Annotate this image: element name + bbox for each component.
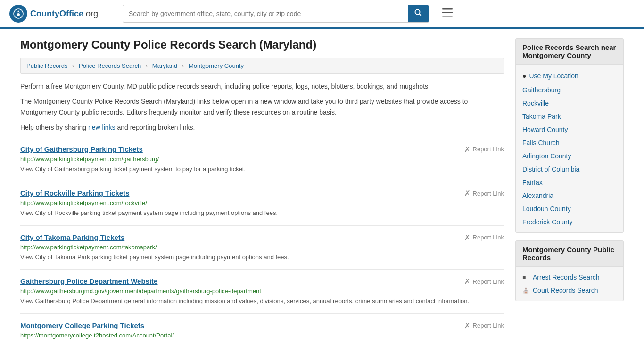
report-link-1[interactable]: ✗ Report Link <box>464 189 504 197</box>
nearby-link-3[interactable]: Howard County <box>516 123 623 136</box>
result-item-1: City of Rockville Parking Tickets ✗ Repo… <box>20 181 504 226</box>
nearby-title: Police Records Search near Montgomery Co… <box>516 39 623 65</box>
nearby-content: ● Use My Location GaithersburgRockvilleT… <box>516 65 623 232</box>
search-button[interactable] <box>408 5 429 22</box>
report-link-3[interactable]: ✗ Report Link <box>464 277 504 286</box>
result-title-2[interactable]: City of Takoma Parking Tickets <box>20 233 124 241</box>
report-icon-4: ✗ <box>464 321 471 330</box>
record-link-label-0[interactable]: Arrest Records Search <box>533 273 600 281</box>
records-title: Montgomery County Public Records <box>516 241 623 267</box>
logo-text: CountyOffice.org <box>30 9 98 19</box>
svg-point-2 <box>415 10 420 15</box>
result-item-3: Gaithersburg Police Department Website ✗… <box>20 270 504 314</box>
nearby-box: Police Records Search near Montgomery Co… <box>515 38 624 233</box>
result-item-0: City of Gaithersburg Parking Tickets ✗ R… <box>20 138 504 182</box>
result-title-0[interactable]: City of Gaithersburg Parking Tickets <box>20 145 143 153</box>
svg-rect-5 <box>442 12 453 14</box>
nearby-link-2[interactable]: Takoma Park <box>516 110 623 123</box>
report-icon-1: ✗ <box>464 189 471 197</box>
result-item-2: City of Takoma Parking Tickets ✗ Report … <box>20 226 504 270</box>
svg-rect-4 <box>442 8 453 10</box>
records-box: Montgomery County Public Records ■Arrest… <box>515 240 624 301</box>
result-header-0: City of Gaithersburg Parking Tickets ✗ R… <box>20 145 504 154</box>
breadcrumb-sep-2: › <box>146 62 148 69</box>
site-header: CountyOffice.org <box>0 0 644 29</box>
page-title: Montgomery County Police Records Search … <box>20 38 504 51</box>
result-item-4: Montgomery College Parking Tickets ✗ Rep… <box>20 314 504 348</box>
report-link-0[interactable]: ✗ Report Link <box>464 145 504 154</box>
nearby-link-4[interactable]: Falls Church <box>516 136 623 149</box>
record-link-1[interactable]: ⛪Court Records Search <box>516 284 623 297</box>
nearby-link-6[interactable]: District of Columbia <box>516 163 623 176</box>
main-wrapper: Montgomery County Police Records Search … <box>11 29 633 358</box>
search-bar <box>123 5 429 23</box>
result-desc-0: View City of Gaithersburg parking ticket… <box>20 165 504 174</box>
result-header-3: Gaithersburg Police Department Website ✗… <box>20 277 504 286</box>
record-icon-0: ■ <box>522 274 529 280</box>
description-1: Perform a free Montgomery County, MD pub… <box>20 81 504 91</box>
result-url-1[interactable]: http://www.parkingticketpayment.com/rock… <box>20 199 504 206</box>
location-icon: ● <box>522 72 526 80</box>
svg-line-3 <box>420 14 422 16</box>
result-url-4[interactable]: https://montgomerycollege.t2hosted.com/A… <box>20 332 504 339</box>
result-title-4[interactable]: Montgomery College Parking Tickets <box>20 321 144 329</box>
breadcrumb-montgomery[interactable]: Montgomery County <box>189 62 244 69</box>
report-icon-3: ✗ <box>464 277 471 286</box>
result-header-4: Montgomery College Parking Tickets ✗ Rep… <box>20 321 504 330</box>
nearby-link-8[interactable]: Alexandria <box>516 189 623 202</box>
nearby-link-5[interactable]: Arlington County <box>516 149 623 163</box>
breadcrumb-sep-1: › <box>72 62 74 69</box>
result-desc-2: View City of Takoma Park parking ticket … <box>20 253 504 262</box>
description-3: Help others by sharing new links and rep… <box>20 122 504 132</box>
report-link-2[interactable]: ✗ Report Link <box>464 233 504 242</box>
result-url-2[interactable]: http://www.parkingticketpayment.com/tako… <box>20 244 504 251</box>
svg-rect-6 <box>442 16 453 17</box>
report-link-4[interactable]: ✗ Report Link <box>464 321 504 330</box>
search-input[interactable] <box>123 6 408 21</box>
result-url-3[interactable]: http://www.gaithersburgmd.gov/government… <box>20 288 504 295</box>
report-icon-0: ✗ <box>464 145 471 154</box>
breadcrumb: Public Records › Police Records Search ›… <box>20 58 504 74</box>
nearby-link-1[interactable]: Rockville <box>516 97 623 110</box>
result-header-2: City of Takoma Parking Tickets ✗ Report … <box>20 233 504 242</box>
nearby-link-10[interactable]: Frederick County <box>516 215 623 229</box>
report-icon-2: ✗ <box>464 233 471 242</box>
record-link-label-1[interactable]: Court Records Search <box>533 287 598 294</box>
description-2: The Montgomery County Police Records Sea… <box>20 96 504 117</box>
nearby-link-7[interactable]: Fairfax <box>516 176 623 189</box>
result-url-0[interactable]: http://www.parkingticketpayment.com/gait… <box>20 156 504 163</box>
records-content: ■Arrest Records Search⛪Court Records Sea… <box>516 267 623 301</box>
menu-button[interactable] <box>438 6 456 22</box>
use-location-label: Use My Location <box>529 72 578 80</box>
result-desc-1: View City of Rockville parking ticket pa… <box>20 208 504 218</box>
result-desc-3: View Gaithersburg Police Department gene… <box>20 296 504 306</box>
result-title-1[interactable]: City of Rockville Parking Tickets <box>20 189 129 197</box>
nearby-link-9[interactable]: Loudoun County <box>516 202 623 215</box>
result-header-1: City of Rockville Parking Tickets ✗ Repo… <box>20 189 504 197</box>
main-content: Montgomery County Police Records Search … <box>20 38 504 348</box>
logo[interactable]: CountyOffice.org <box>9 5 113 23</box>
new-links-link[interactable]: new links <box>88 123 116 131</box>
breadcrumb-police-records[interactable]: Police Records Search <box>79 62 141 69</box>
nearby-link-0[interactable]: Gaithersburg <box>516 83 623 97</box>
breadcrumb-public-records[interactable]: Public Records <box>26 62 67 69</box>
results-list: City of Gaithersburg Parking Tickets ✗ R… <box>20 138 504 348</box>
svg-point-1 <box>17 13 20 16</box>
sidebar: Police Records Search near Montgomery Co… <box>515 38 624 348</box>
breadcrumb-sep-3: › <box>182 62 184 69</box>
use-my-location[interactable]: ● Use My Location <box>516 68 623 83</box>
breadcrumb-maryland[interactable]: Maryland <box>152 62 177 69</box>
logo-icon <box>9 5 27 23</box>
record-icon-1: ⛪ <box>522 287 529 294</box>
result-title-3[interactable]: Gaithersburg Police Department Website <box>20 277 157 285</box>
record-link-0[interactable]: ■Arrest Records Search <box>516 271 623 284</box>
